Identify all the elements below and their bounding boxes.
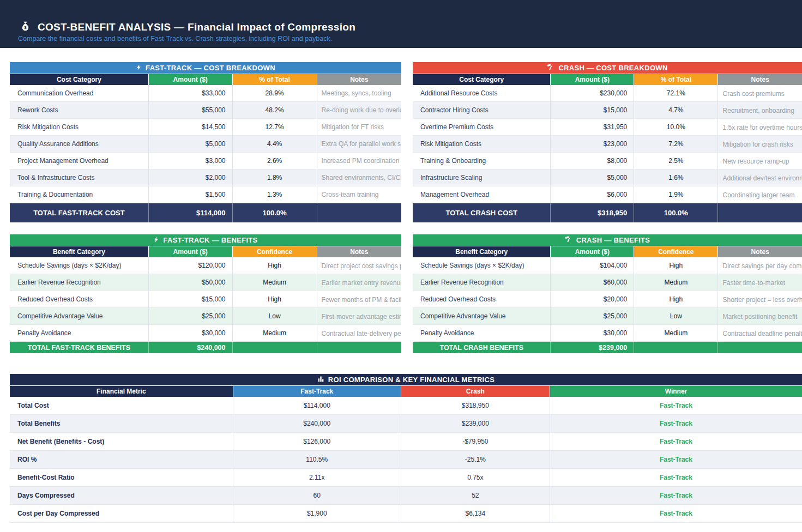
percent-cell: 1.8% <box>233 170 317 186</box>
amount-cell: $1,500 <box>149 186 233 203</box>
table-row: Risk Mitigation Costs $23,000 7.2% Mitig… <box>413 136 802 153</box>
confidence-cell: Medium <box>634 325 718 342</box>
benefit-category-cell: Earlier Revenue Recognition <box>10 274 149 291</box>
panel-fasttrack-benefits: FAST-TRACK — BENEFITS Benefit Category A… <box>10 234 401 353</box>
col-header-fasttrack: Fast-Track <box>233 386 401 397</box>
page-title: COST-BENEFIT ANALYSIS — Financial Impact… <box>38 21 355 33</box>
cost-category-cell: Risk Mitigation Costs <box>10 119 149 136</box>
cost-category-cell: Risk Mitigation Costs <box>413 136 551 153</box>
percent-cell: 10.0% <box>634 119 718 136</box>
cost-category-cell: Quality Assurance Additions <box>10 136 149 153</box>
page-subtitle: Compare the financial costs and benefits… <box>18 35 332 43</box>
fasttrack-value-cell: 110.5% <box>233 451 401 469</box>
total-amount: $114,000 <box>149 203 233 222</box>
total-label: TOTAL FAST-TRACK COST <box>10 203 149 222</box>
benefit-category-cell: Schedule Savings (days × $2K/day) <box>10 257 149 274</box>
note-cell: Mitigation for crash risks <box>718 136 802 153</box>
roi-table: Financial Metric Fast-Track Crash Winner… <box>10 386 802 523</box>
note-cell: Cross-team training <box>317 186 401 203</box>
percent-cell: 28.9% <box>233 85 317 102</box>
metric-cell: Total Cost <box>10 397 233 415</box>
table-row: Risk Mitigation Costs $14,500 12.7% Miti… <box>10 119 401 136</box>
col-header-cost-category: Cost Category <box>413 74 551 85</box>
table-row: Additional Resource Costs $230,000 72.1%… <box>413 85 802 102</box>
col-header-financial-metric: Financial Metric <box>10 386 233 397</box>
money-bag-icon: $ <box>20 20 31 34</box>
table-row: Training & Onboarding $8,000 2.5% New re… <box>413 153 802 170</box>
table-row: Competitive Advantage Value $25,000 Low … <box>10 308 401 325</box>
winner-cell: Fast-Track <box>550 397 802 415</box>
percent-cell: 4.4% <box>233 136 317 153</box>
benefit-category-cell: Competitive Advantage Value <box>413 308 551 325</box>
table-row: Earlier Revenue Recognition $60,000 Medi… <box>413 274 802 291</box>
note-cell: Faster time-to-market <box>718 274 802 291</box>
table-row: Reduced Overhead Costs $15,000 High Fewe… <box>10 291 401 308</box>
fasttrack-value-cell: 2.11x <box>233 469 401 487</box>
panel-title-text: FAST-TRACK — COST BREAKDOWN <box>146 64 275 72</box>
winner-cell: Fast-Track <box>550 415 802 433</box>
crash-value-cell: 52 <box>401 487 550 505</box>
table-row: Benefit-Cost Ratio 2.11x 0.75x Fast-Trac… <box>10 469 802 487</box>
cost-category-cell: Contractor Hiring Costs <box>413 102 551 119</box>
total-percent: 100.0% <box>233 203 317 222</box>
benefit-category-cell: Reduced Overhead Costs <box>10 291 149 308</box>
total-row: TOTAL CRASH BENEFITS $239,000 <box>413 342 802 353</box>
fasttrack-cost-table: Cost Category Amount ($) % of Total Note… <box>10 74 401 222</box>
note-cell: Contractual deadline penalties <box>718 325 802 342</box>
winner-cell: Fast-Track <box>550 451 802 469</box>
amount-cell: $60,000 <box>551 274 634 291</box>
cost-category-cell: Communication Overhead <box>10 85 149 102</box>
total-notes-empty <box>718 203 802 222</box>
crash-benefits-table: Benefit Category Amount ($) Confidence N… <box>413 246 802 353</box>
col-header-amount: Amount ($) <box>551 246 634 257</box>
note-cell: Meetings, syncs, tooling <box>317 85 401 102</box>
confidence-cell: Medium <box>233 274 317 291</box>
amount-cell: $30,000 <box>149 325 233 342</box>
table-row: Days Compressed 60 52 Fast-Track <box>10 487 802 505</box>
cost-category-cell: Training & Onboarding <box>413 153 551 170</box>
table-row: Communication Overhead $33,000 28.9% Mee… <box>10 85 401 102</box>
cost-category-cell: Rework Costs <box>10 102 149 119</box>
col-header-crash: Crash <box>401 386 550 397</box>
table-row: Schedule Savings (days × $2K/day) $104,0… <box>413 257 802 274</box>
crash-benefits-title: CRASH — BENEFITS <box>413 234 802 246</box>
svg-text:$: $ <box>24 25 27 30</box>
fasttrack-value-cell: $1,900 <box>233 505 401 523</box>
total-row: TOTAL FAST-TRACK BENEFITS $240,000 <box>10 342 401 353</box>
metric-cell: Cost per Day Compressed <box>10 505 233 523</box>
note-cell: Shared environments, CI/CD <box>317 170 401 186</box>
col-header-amount: Amount ($) <box>551 74 634 85</box>
note-cell: Coordinating larger team <box>718 186 802 203</box>
total-notes-empty <box>718 342 802 353</box>
cost-category-cell: Additional Resource Costs <box>413 85 551 102</box>
cost-category-cell: Management Overhead <box>413 186 551 203</box>
col-header-benefit-category: Benefit Category <box>10 246 149 257</box>
col-header-percent: % of Total <box>233 74 317 85</box>
panel-title-text: CRASH — COST BREAKDOWN <box>558 64 667 72</box>
note-cell: Shorter project = less overhead <box>718 291 802 308</box>
cost-tables-row: FAST-TRACK — COST BREAKDOWN Cost Categor… <box>10 62 802 222</box>
note-cell: Earlier market entry revenue <box>317 274 401 291</box>
benefit-category-cell: Penalty Avoidance <box>10 325 149 342</box>
note-cell: Fewer months of PM & facilities <box>317 291 401 308</box>
amount-cell: $230,000 <box>551 85 634 102</box>
table-row: Contractor Hiring Costs $15,000 4.7% Rec… <box>413 102 802 119</box>
amount-cell: $30,000 <box>551 325 634 342</box>
fasttrack-value-cell: $126,000 <box>233 433 401 451</box>
confidence-cell: High <box>634 257 718 274</box>
table-row: Management Overhead $6,000 1.9% Coordina… <box>413 186 802 203</box>
total-percent: 100.0% <box>634 203 718 222</box>
confidence-cell: High <box>233 257 317 274</box>
total-amount: $318,950 <box>551 203 634 222</box>
total-row: TOTAL FAST-TRACK COST $114,000 100.0% <box>10 203 401 222</box>
benefit-category-cell: Competitive Advantage Value <box>10 308 149 325</box>
fasttrack-value-cell: $114,000 <box>233 397 401 415</box>
confidence-cell: Low <box>233 308 317 325</box>
table-row: Net Benefit (Benefits - Cost) $126,000 -… <box>10 433 802 451</box>
table-row: Earlier Revenue Recognition $50,000 Medi… <box>10 274 401 291</box>
metric-cell: ROI % <box>10 451 233 469</box>
note-cell: 1.5x rate for overtime hours <box>718 119 802 136</box>
note-cell: Mitigation for FT risks <box>317 119 401 136</box>
column-header-row: Benefit Category Amount ($) Confidence N… <box>10 246 401 257</box>
hammer-icon <box>565 235 572 245</box>
